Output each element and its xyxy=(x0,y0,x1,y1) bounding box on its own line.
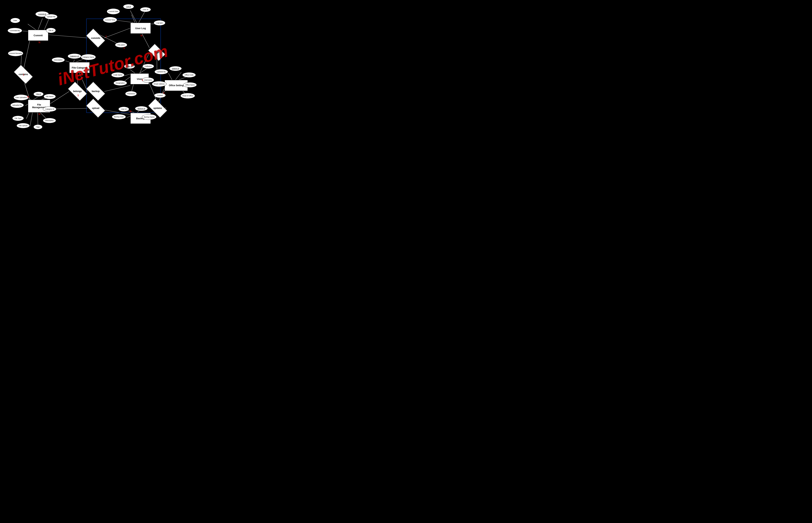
diamond-upload: upload xyxy=(87,103,104,113)
svg-line-34 xyxy=(140,53,149,73)
attr-category-id-fm: Category Id xyxy=(43,107,56,112)
mult-userlog-n: N xyxy=(141,34,142,37)
entity-filecategory: File Category xyxy=(69,62,90,73)
svg-line-27 xyxy=(131,15,135,22)
attr-fullname: Fullname xyxy=(142,64,154,69)
er-diagram: Commit User Log File Category User File … xyxy=(0,0,203,131)
mult-commits-1: 1 xyxy=(105,35,107,38)
svg-line-5 xyxy=(23,41,30,70)
attr-user-id-log: User Id xyxy=(140,7,151,12)
svg-line-6 xyxy=(49,35,87,38)
mult-belongs-1: 1 xyxy=(77,94,79,97)
attr-password: Password xyxy=(125,91,137,96)
attr-updated-by: Updated By xyxy=(155,69,168,74)
attr-username: Username xyxy=(142,77,154,83)
attr-date-uploaded: Date Uploaded xyxy=(14,94,29,101)
attr-tags: Tags xyxy=(33,125,42,129)
attr-backup-date: Backup Date xyxy=(112,114,126,120)
svg-line-28 xyxy=(130,11,137,22)
svg-line-0 xyxy=(38,18,42,30)
mult-logs-1: 1 xyxy=(123,47,125,49)
svg-line-29 xyxy=(139,11,145,22)
attr-commit-date: Commit Date xyxy=(107,8,120,15)
attr-file-upload: File Upload xyxy=(17,123,30,128)
svg-line-1 xyxy=(28,24,36,30)
attr-upload-file: Upload File xyxy=(45,14,57,19)
entity-userlog: User Log xyxy=(130,22,151,34)
attr-file-name: File Name xyxy=(43,94,56,99)
attr-backup-name: Backup Name xyxy=(142,114,157,120)
attr-head-of-office: Head of Office xyxy=(180,93,195,98)
mult-fm-n: N xyxy=(27,95,29,98)
attr-log-id: Log Id xyxy=(123,4,134,9)
attr-date: Date xyxy=(10,18,20,23)
svg-line-25 xyxy=(104,86,130,91)
mult-backup-n: N xyxy=(130,110,131,113)
attr-commit-remarks: Commit Remarks xyxy=(8,50,23,56)
mult-fm-n2: N xyxy=(38,113,40,115)
attr-office-name: Office Name xyxy=(183,82,197,88)
mult-user-1: 1 xyxy=(142,78,143,81)
svg-line-49 xyxy=(175,72,181,81)
diamond-logs: logs xyxy=(149,48,164,57)
attr-committed-by: Commited By xyxy=(7,28,22,33)
attr-user-id-user: User Id xyxy=(124,64,135,69)
attr-backup-id: Backup Id xyxy=(135,106,148,111)
attr-log-type: Log type xyxy=(154,20,165,25)
svg-line-35 xyxy=(130,70,135,73)
attr-code-name: Code Name xyxy=(111,72,124,77)
svg-line-21 xyxy=(73,60,75,62)
attr-category-name: Category Name xyxy=(81,54,96,60)
attr-file-type: File Type xyxy=(12,116,24,121)
attr-user-id-backup: User Id xyxy=(118,107,129,111)
attr-commit-time: Commit Time xyxy=(103,17,117,23)
mult-contains-1: 1 xyxy=(23,73,24,76)
diamond-backup-rel: backup xyxy=(87,86,104,96)
attr-uploaded-by: Uploaded By xyxy=(10,102,24,108)
attr-email-address: Email Address xyxy=(152,81,166,87)
attr-file-id-fm: File Id xyxy=(33,92,43,96)
attr-desgination: Desgination xyxy=(113,80,127,86)
svg-line-10 xyxy=(33,97,38,100)
attr-file-id-commit: File Id xyxy=(46,28,56,33)
attr-setting-id: Setting Id xyxy=(169,66,182,71)
diamond-commits: commits xyxy=(87,33,104,43)
mult-commit-n: N xyxy=(38,41,40,44)
attr-description-fm: Description xyxy=(43,118,56,123)
svg-line-30 xyxy=(117,20,134,22)
svg-line-50 xyxy=(169,73,173,81)
diamond-updates: updates xyxy=(149,103,166,113)
attr-file-patch: File patch xyxy=(115,42,127,48)
svg-line-7 xyxy=(104,28,130,38)
attr-category-id: Category Id xyxy=(68,54,81,59)
attr-office-code: Office Code xyxy=(182,72,196,77)
mult-updates-1: 1 xyxy=(163,91,164,94)
attr-description-fc: Description xyxy=(52,57,65,62)
entity-commit: Commit xyxy=(28,30,49,41)
